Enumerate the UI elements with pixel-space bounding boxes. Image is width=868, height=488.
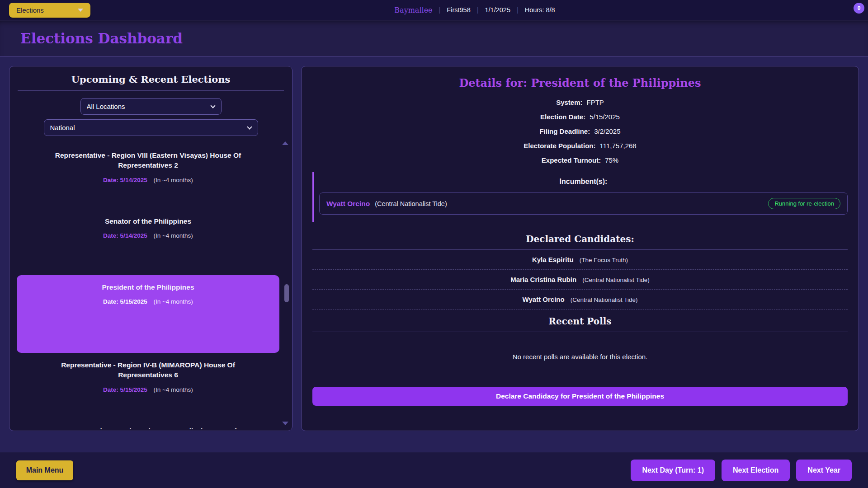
separator: | (517, 6, 519, 14)
detail-field-system: System:FPTP (312, 99, 848, 106)
turn-controls: Next Day (Turn: 1) Next Election Next Ye… (631, 460, 852, 481)
location-filter-wrap: All Locations (80, 98, 222, 115)
polls-empty-message: No recent polls are available for this e… (312, 353, 848, 361)
field-value: 75% (605, 156, 618, 164)
field-value: 5/15/2025 (590, 113, 620, 121)
election-relative-time: (In ~4 months) (153, 386, 193, 393)
election-list-item[interactable]: Representative - Region VIII (Eastern Vi… (17, 143, 279, 209)
candidate-party: (Central Nationalist Tide) (571, 296, 638, 303)
scrollbar-thumb[interactable] (284, 284, 289, 302)
election-title: Representative - Region IV-B (MIMAROPA) … (38, 360, 259, 380)
dropdown-arrow-icon (78, 9, 83, 12)
bottom-bar: Main Menu Next Day (Turn: 1) Next Electi… (0, 452, 868, 488)
separator: | (477, 6, 479, 14)
detail-field-filing-deadline: Filing Deadline:3/2/2025 (312, 127, 848, 135)
details-title: Details for: President of the Philippine… (312, 76, 848, 89)
page-title: Elections Dashboard (20, 30, 183, 47)
election-date-row: Date: 5/15/2025 (In ~4 months) (21, 298, 275, 305)
election-list-item[interactable]: Senator of the Philippines Date: 5/14/20… (17, 209, 279, 275)
election-list: Representative - Region VIII (Eastern Vi… (14, 143, 288, 429)
field-label: Election Date: (540, 113, 585, 121)
incumbent-name-link[interactable]: Wyatt Orcino (326, 200, 370, 208)
current-date: 1/1/2025 (485, 6, 510, 14)
next-year-button[interactable]: Next Year (796, 460, 852, 481)
candidate-party: (The Focus Truth) (580, 257, 628, 263)
election-details-panel: Details for: President of the Philippine… (301, 66, 859, 431)
elections-nav-dropdown[interactable]: Elections (9, 3, 90, 18)
election-date-row: Date: 5/14/2025 (In ~4 months) (21, 232, 275, 239)
next-day-button[interactable]: Next Day (Turn: 1) (631, 460, 715, 481)
elections-nav-label: Elections (16, 6, 44, 14)
candidate-party: (Central Nationalist Tide) (582, 277, 650, 283)
election-date: Date: 5/15/2025 (103, 386, 147, 393)
main-content: Upcoming & Recent Elections All Location… (0, 57, 868, 452)
candidate-name: Kyla Espiritu (532, 256, 574, 263)
field-value: 3/2/2025 (594, 127, 620, 135)
field-label: Electorate Population: (524, 142, 595, 150)
election-title: President of the Philippines (38, 282, 259, 292)
candidate-row: Kyla Espiritu (The Focus Truth) (312, 250, 848, 270)
detail-field-expected-turnout: Expected Turnout:75% (312, 156, 848, 164)
election-date: Date: 5/14/2025 (103, 232, 147, 239)
elections-list-title: Upcoming & Recent Elections (18, 74, 284, 91)
election-date: Date: 5/14/2025 (103, 177, 147, 183)
declared-candidates-heading: Declared Candidates: (312, 234, 848, 250)
election-date-row: Date: 5/15/2025 (In ~4 months) (21, 386, 275, 393)
level-filter-wrap: National (44, 119, 258, 136)
scroll-down-arrow-icon[interactable] (282, 422, 288, 425)
hours-remaining: Hours: 8/8 (525, 6, 555, 14)
recent-polls-heading: Recent Polls (312, 316, 848, 332)
election-date-row: Date: 5/14/2025 (In ~4 months) (21, 177, 275, 183)
election-list-item[interactable]: Representative - Region II (Cagayan Vall… (17, 419, 279, 429)
elections-list-panel: Upcoming & Recent Elections All Location… (9, 66, 292, 431)
election-title: Representative - Region VIII (Eastern Vi… (38, 150, 259, 171)
candidate-name: Wyatt Orcino (523, 296, 565, 303)
player-name[interactable]: Baymallee (394, 6, 432, 14)
level-filter-select[interactable]: National (44, 119, 258, 136)
candidate-row: Maria Cristina Rubin (Central Nationalis… (312, 270, 848, 290)
detail-field-election-date: Election Date:5/15/2025 (312, 113, 848, 121)
election-relative-time: (In ~4 months) (153, 232, 193, 239)
detail-field-electorate-population: Electorate Population:111,757,268 (312, 142, 848, 150)
candidate-name: Maria Cristina Rubin (510, 276, 576, 283)
separator: | (439, 6, 441, 14)
incumbents-section: Incumbent(s): Wyatt Orcino (Central Nati… (312, 172, 848, 222)
main-menu-button[interactable]: Main Menu (16, 460, 73, 480)
notification-badge[interactable]: 0 (854, 3, 864, 14)
field-value: 111,757,268 (599, 142, 636, 150)
election-relative-time: (In ~4 months) (153, 177, 193, 183)
election-date: Date: 5/15/2025 (103, 298, 147, 305)
election-title: Representative - Region II (Cagayan Vall… (38, 426, 259, 429)
candidate-row: Wyatt Orcino (Central Nationalist Tide) (312, 290, 848, 310)
reelection-status-badge: Running for re-election (768, 198, 840, 209)
field-label: Filing Deadline: (539, 127, 590, 135)
election-list-item-selected[interactable]: President of the Philippines Date: 5/15/… (17, 275, 279, 353)
location-filter-select[interactable]: All Locations (80, 98, 222, 115)
title-bar: Elections Dashboard (0, 20, 868, 57)
next-election-button[interactable]: Next Election (722, 460, 790, 481)
declare-candidacy-button[interactable]: Declare Candidacy for President of the P… (312, 387, 848, 406)
incumbents-heading: Incumbent(s): (319, 178, 848, 186)
incumbent-party: (Central Nationalist Tide) (375, 200, 447, 207)
incumbent-row: Wyatt Orcino (Central Nationalist Tide) … (319, 192, 848, 215)
top-bar: Elections Baymallee | First958 | 1/1/202… (0, 0, 868, 20)
save-name: First958 (447, 6, 470, 14)
top-status-bar: Baymallee | First958 | 1/1/2025 | Hours:… (90, 6, 859, 14)
election-title: Senator of the Philippines (38, 216, 259, 226)
scroll-up-arrow-icon[interactable] (282, 141, 288, 145)
field-value: FPTP (587, 99, 604, 106)
election-relative-time: (In ~4 months) (153, 298, 193, 305)
field-label: System: (556, 99, 582, 106)
election-list-item[interactable]: Representative - Region IV-B (MIMAROPA) … (17, 353, 279, 419)
field-label: Expected Turnout: (542, 156, 601, 164)
